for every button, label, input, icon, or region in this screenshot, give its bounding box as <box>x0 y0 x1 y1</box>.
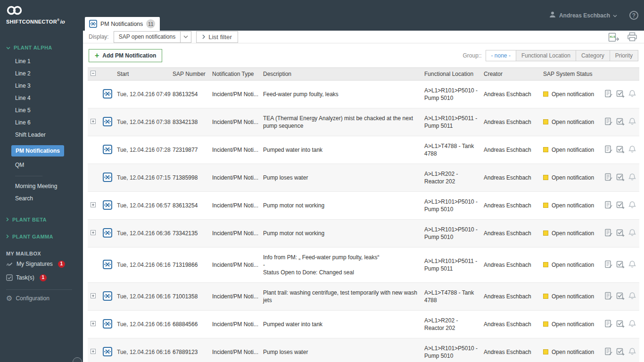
print-button[interactable] <box>626 31 638 42</box>
functional-location-cell: A>L1>R101>P5010 - Pump 5010 <box>421 192 481 220</box>
status-open-icon <box>543 262 548 267</box>
sidebar-plant-gamma[interactable]: PLANT GAMMA <box>0 234 83 239</box>
type-icon-cell <box>100 81 114 108</box>
header-notification-type[interactable]: Notification Type <box>209 68 260 81</box>
table-row[interactable]: Tue, 12.04.216 06:57 83613254 Incident/P… <box>88 192 639 220</box>
list-filter-button[interactable]: List filter <box>196 31 238 43</box>
export-xls-button[interactable]: XLS <box>607 31 621 43</box>
add-alarm-icon[interactable] <box>628 201 636 209</box>
add-alarm-icon[interactable] <box>628 145 636 154</box>
add-alarm-icon[interactable] <box>628 173 636 181</box>
sidebar-item-qm[interactable]: QM <box>0 159 83 171</box>
sidebar-item-line-1[interactable]: Line 1 <box>0 55 83 67</box>
report-note-icon[interactable] <box>604 117 613 126</box>
group-option-none[interactable]: - none - <box>486 50 516 61</box>
tab-count-badge: 11 <box>146 19 155 28</box>
header-functional-location[interactable]: Functional Location <box>421 68 481 81</box>
add-task-icon[interactable] <box>616 145 625 154</box>
report-note-icon[interactable] <box>604 145 613 154</box>
creator-cell: Andreas Eschbach <box>481 164 540 192</box>
sidebar-item-line-6[interactable]: Line 6 <box>0 116 83 129</box>
report-note-icon[interactable] <box>604 260 613 269</box>
status-label: Open notification <box>552 262 594 268</box>
sidebar-item-line-3[interactable]: Line 3 <box>0 80 83 92</box>
sidebar-item-line-4[interactable]: Line 4 <box>0 92 83 104</box>
status-label: Open notification <box>552 119 594 125</box>
table-row[interactable]: Tue, 12.04.216 07:38 83342138 Incident/P… <box>88 108 639 136</box>
table-row[interactable]: Tue, 12.04.216 06:36 73342135 Incident/P… <box>88 220 639 247</box>
sidebar-plant-beta[interactable]: PLANT BETA <box>0 217 83 222</box>
display-select[interactable]: SAP open notifications <box>114 31 192 43</box>
plant-alpha-items: Line 1 Line 2 Line 3 Line 4 Line 5 Line … <box>0 55 83 141</box>
sidebar-plant-alpha[interactable]: PLANT ALPHA <box>0 45 83 50</box>
header-creator[interactable]: Creator <box>481 68 540 81</box>
report-note-icon[interactable] <box>604 173 613 181</box>
collapse-all-icon[interactable] <box>91 71 96 76</box>
expand-row-icon[interactable] <box>91 202 96 207</box>
header-sap-system-status[interactable]: SAP System Status <box>540 68 601 81</box>
sidebar-item-tasks[interactable]: Task(s) 1 <box>0 272 83 284</box>
header-description[interactable]: Description <box>260 68 421 81</box>
pm-notification-icon <box>103 145 112 154</box>
collapse-all-header[interactable] <box>88 68 100 81</box>
table-row[interactable]: Tue, 12.04.216 06:16 71001358 Incident/P… <box>88 283 639 311</box>
report-note-icon[interactable] <box>604 201 613 209</box>
expand-row-icon[interactable] <box>91 349 96 354</box>
table-row[interactable]: Tue, 12.04.216 06:16 71319866 Incident/P… <box>88 247 639 283</box>
add-task-icon[interactable] <box>616 117 625 126</box>
description-cell: Pump loses water <box>260 164 421 192</box>
sidebar-item-shift-leader[interactable]: Shift Leader <box>0 129 83 141</box>
add-task-icon[interactable] <box>616 201 625 209</box>
add-task-icon[interactable] <box>616 229 625 237</box>
add-alarm-icon[interactable] <box>628 292 636 300</box>
sidebar-item-search[interactable]: Search <box>0 192 83 205</box>
report-note-icon[interactable] <box>604 90 613 98</box>
add-alarm-icon[interactable] <box>628 320 636 328</box>
group-option-priority[interactable]: Priority <box>610 50 638 61</box>
add-pm-notification-button[interactable]: + Add PM Notification <box>89 49 162 62</box>
pm-notification-icon <box>89 20 97 28</box>
add-task-icon[interactable] <box>616 292 625 300</box>
sidebar-item-morning-meeting[interactable]: Morning Meeting <box>0 180 83 192</box>
sidebar-item-line-5[interactable]: Line 5 <box>0 104 83 116</box>
header-start[interactable]: Start <box>114 68 170 81</box>
report-note-icon[interactable] <box>604 229 613 237</box>
add-task-icon[interactable] <box>616 320 625 328</box>
add-task-icon[interactable] <box>616 347 625 356</box>
table-row[interactable]: Tue, 12.04.216 06:16 67889123 Incident/P… <box>88 338 639 362</box>
sidebar-item-configuration[interactable]: ⚙ Configuration <box>0 295 83 302</box>
add-alarm-icon[interactable] <box>628 90 636 98</box>
creator-cell: Andreas Eschbach <box>481 247 540 283</box>
add-task-icon[interactable] <box>616 173 625 181</box>
help-button[interactable]: ? <box>629 11 638 20</box>
add-alarm-icon[interactable] <box>628 347 636 356</box>
actions-column-header <box>601 68 639 81</box>
add-alarm-icon[interactable] <box>628 260 636 269</box>
table-row[interactable]: Tue, 12.04.216 07:49 83613254 Incident/P… <box>88 81 639 108</box>
sidebar-item-my-signatures[interactable]: My Signatures 1 <box>0 258 83 270</box>
table-row[interactable]: Tue, 12.04.216 07:15 71385998 Incident/P… <box>88 164 639 192</box>
add-task-icon[interactable] <box>616 260 625 269</box>
report-note-icon[interactable] <box>604 292 613 300</box>
table-row[interactable]: Tue, 12.04.216 06:16 68884566 Incident/P… <box>88 311 639 338</box>
tab-pm-notifications[interactable]: PM Notifications 11 <box>85 17 160 31</box>
add-alarm-icon[interactable] <box>628 117 636 126</box>
table-row[interactable]: Tue, 12.04.216 07:28 72319877 Incident/P… <box>88 136 639 164</box>
report-note-icon[interactable] <box>604 320 613 328</box>
report-note-icon[interactable] <box>604 347 613 356</box>
group-option-category[interactable]: Category <box>576 50 610 61</box>
sidebar-collapse-button[interactable] <box>73 357 82 362</box>
header-sap-number[interactable]: SAP Number <box>170 68 209 81</box>
expand-row-icon[interactable] <box>91 293 96 298</box>
user-menu[interactable]: Andreas Eschbach <box>549 11 617 20</box>
sidebar-item-pm-notifications[interactable]: PM Notifications <box>11 145 64 156</box>
sidebar-divider <box>6 289 72 290</box>
add-task-icon[interactable] <box>616 90 625 98</box>
expand-row-icon[interactable] <box>91 230 96 235</box>
expand-row-icon[interactable] <box>91 119 96 124</box>
app-logo[interactable]: SHIFTCONNECTOR®io <box>0 0 83 31</box>
group-option-functional-location[interactable]: Functional Location <box>516 50 576 61</box>
add-alarm-icon[interactable] <box>628 229 636 237</box>
expand-row-icon[interactable] <box>91 321 96 326</box>
sidebar-item-line-2[interactable]: Line 2 <box>0 67 83 80</box>
